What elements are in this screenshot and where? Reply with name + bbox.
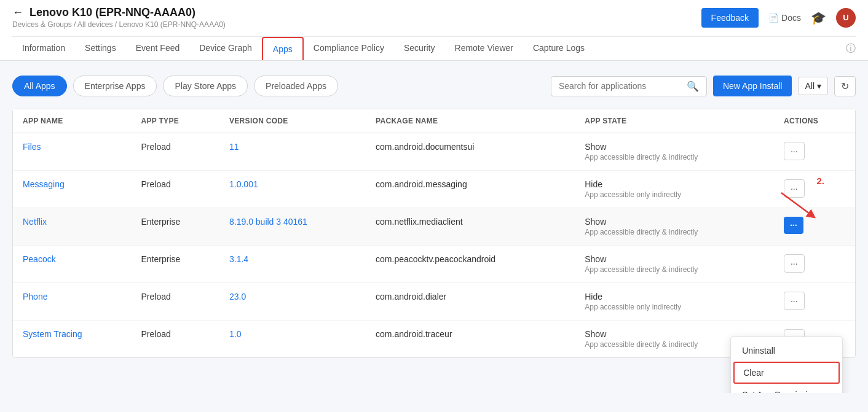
- play-store-apps-filter[interactable]: Play Store Apps: [163, 76, 248, 96]
- version-code: 8.19.0 build 3 40161: [219, 208, 366, 246]
- tab-remote-viewer[interactable]: Remote Viewer: [445, 37, 523, 60]
- app-name-link[interactable]: Messaging: [23, 179, 65, 189]
- tab-security[interactable]: Security: [394, 37, 445, 60]
- package-name: com.android.traceur: [366, 321, 575, 358]
- app-state-desc: App accessible directly & indirectly: [585, 228, 764, 236]
- col-actions: Actions: [774, 109, 855, 133]
- app-name-link[interactable]: Netflix: [23, 217, 47, 227]
- app-type: Preload: [131, 171, 219, 208]
- app-type: Preload: [131, 283, 219, 321]
- device-name: Lenovo K10 (EPR-NNQ-AAAA0): [30, 6, 195, 19]
- col-package-name: Package Name: [366, 109, 575, 133]
- version-code: 1.0.001: [219, 171, 366, 208]
- actions-button[interactable]: ···: [784, 292, 805, 310]
- annotation-2: 2.: [816, 176, 824, 186]
- app-name-link[interactable]: Peacock: [23, 254, 56, 264]
- app-state-desc: App accessible only indirectly: [585, 303, 764, 311]
- actions-cell: ···: [774, 283, 855, 321]
- enterprise-apps-filter[interactable]: Enterprise Apps: [73, 76, 157, 96]
- tab-compliance-policy[interactable]: Compliance Policy: [304, 37, 394, 60]
- app-state-desc: App accessible only indirectly: [585, 190, 764, 199]
- docs-link[interactable]: 📄 Docs: [768, 13, 801, 23]
- feedback-button[interactable]: Feedback: [701, 8, 759, 28]
- graduation-cap-icon[interactable]: 🎓: [811, 10, 826, 25]
- app-name-link[interactable]: Phone: [23, 292, 47, 301]
- avatar[interactable]: U: [836, 8, 856, 28]
- info-icon[interactable]: ⓘ: [846, 42, 856, 55]
- table-row: Messaging Preload 1.0.001 com.android.me…: [13, 171, 855, 208]
- actions-cell: ···: [774, 246, 855, 283]
- app-state-label: Hide: [585, 179, 764, 189]
- search-input[interactable]: [559, 81, 682, 91]
- app-state-label: Show: [585, 142, 764, 152]
- app-type: Preload: [131, 321, 219, 358]
- breadcrumb: Devices & Groups / All devices / Lenovo …: [12, 20, 226, 29]
- actions-cell: 2. ···: [774, 171, 855, 208]
- back-arrow-icon[interactable]: ←: [12, 6, 23, 19]
- actions-cell: ···: [774, 133, 855, 171]
- app-state: Show App accessible directly & indirectl…: [575, 208, 774, 246]
- app-state: Show App accessible directly & indirectl…: [575, 133, 774, 171]
- dropdown-item-set-app-permission[interactable]: Set App Permission: [731, 384, 842, 393]
- dropdown-item-clear[interactable]: Clear: [733, 362, 840, 384]
- package-name: com.android.documentsui: [366, 133, 575, 171]
- app-state: Hide App accessible only indirectly: [575, 283, 774, 321]
- preloaded-apps-filter[interactable]: Preloaded Apps: [254, 76, 338, 96]
- actions-dropdown-menu: Uninstall Clear Set App Permission Set A…: [730, 336, 843, 393]
- table-row: System Tracing Preload 1.0 com.android.t…: [13, 321, 855, 358]
- tab-settings[interactable]: Settings: [75, 37, 126, 60]
- version-code: 1.0: [219, 321, 366, 358]
- tab-apps[interactable]: Apps: [262, 37, 304, 60]
- filter-all-dropdown[interactable]: All ▾: [798, 77, 828, 95]
- package-name: com.peacocktv.peacockandroid: [366, 246, 575, 283]
- app-state-label: Hide: [585, 292, 764, 301]
- app-state-label: Show: [585, 217, 764, 227]
- package-name: com.android.dialer: [366, 283, 575, 321]
- actions-button[interactable]: ···: [784, 254, 805, 273]
- col-app-name: App Name: [13, 109, 131, 133]
- col-app-type: App Type: [131, 109, 219, 133]
- docs-icon: 📄: [768, 13, 779, 23]
- app-state: Hide App accessible only indirectly: [575, 171, 774, 208]
- refresh-button[interactable]: ↻: [834, 76, 856, 96]
- dropdown-item-uninstall[interactable]: Uninstall: [731, 340, 842, 362]
- table-row: Phone Preload 23.0 com.android.dialer Hi…: [13, 283, 855, 321]
- tab-device-graph[interactable]: Device Graph: [189, 37, 262, 60]
- app-state-desc: App accessible directly & indirectly: [585, 153, 764, 161]
- package-name: com.android.messaging: [366, 171, 575, 208]
- actions-button[interactable]: ···: [784, 179, 805, 198]
- tab-event-feed[interactable]: Event Feed: [126, 37, 190, 60]
- col-version-code: Version Code: [219, 109, 366, 133]
- new-app-install-button[interactable]: New App Install: [713, 76, 792, 96]
- table-row: Files Preload 11 com.android.documentsui…: [13, 133, 855, 171]
- tab-capture-logs[interactable]: Capture Logs: [523, 37, 594, 60]
- app-type: Enterprise: [131, 246, 219, 283]
- app-state-desc: App accessible directly & indirectly: [585, 265, 764, 274]
- all-apps-filter[interactable]: All Apps: [12, 76, 67, 96]
- chevron-down-icon: ▾: [817, 81, 821, 91]
- version-code: 3.1.4: [219, 246, 366, 283]
- app-type: Preload: [131, 133, 219, 171]
- col-app-state: App State: [575, 109, 774, 133]
- actions-button-active[interactable]: ···: [784, 217, 803, 234]
- actions-cell: ···: [774, 208, 855, 246]
- actions-button[interactable]: ···: [784, 142, 805, 160]
- tab-information[interactable]: Information: [12, 37, 75, 60]
- app-name-link[interactable]: Files: [23, 142, 41, 152]
- table-row: Peacock Enterprise 3.1.4 com.peacocktv.p…: [13, 246, 855, 283]
- search-icon: 🔍: [687, 80, 699, 92]
- version-code: 23.0: [219, 283, 366, 321]
- app-state: Show App accessible directly & indirectl…: [575, 246, 774, 283]
- package-name: com.netflix.mediaclient: [366, 208, 575, 246]
- app-name-link[interactable]: System Tracing: [23, 329, 82, 339]
- version-code: 11: [219, 133, 366, 171]
- table-row: Netflix Enterprise 8.19.0 build 3 40161 …: [13, 208, 855, 246]
- app-type: Enterprise: [131, 208, 219, 246]
- app-state-label: Show: [585, 254, 764, 264]
